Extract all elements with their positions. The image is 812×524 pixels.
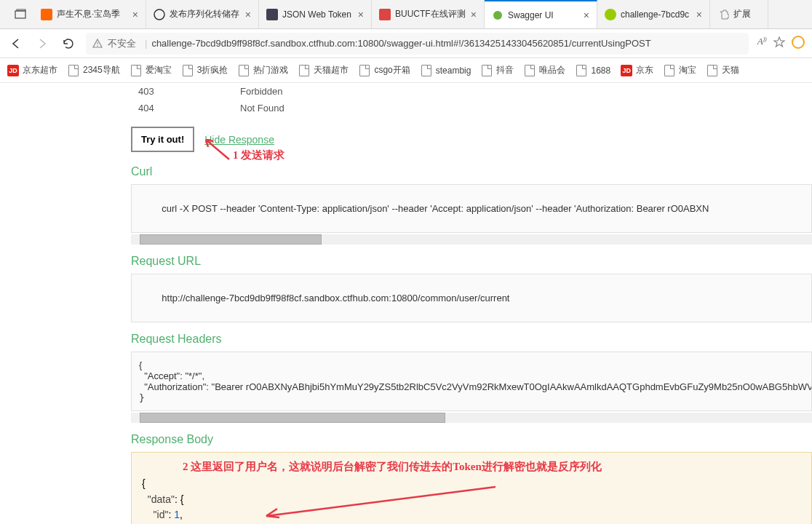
tab-favicon — [492, 9, 503, 21]
tab-1[interactable]: 发布序列化转储存 × — [146, 0, 259, 28]
bookmark-steambig[interactable]: steambig — [421, 65, 471, 76]
tab-6[interactable]: 扩展 — [710, 0, 768, 28]
tab-title: challenge-7bcd9c — [621, 9, 693, 20]
bookmark-1688[interactable]: 1688 — [576, 65, 610, 76]
close-icon[interactable]: × — [471, 9, 477, 20]
svg-point-5 — [97, 45, 98, 47]
svg-point-2 — [154, 9, 164, 20]
bookmark-3zhe[interactable]: 3折疯抢 — [182, 64, 228, 76]
status-code: 403 — [138, 86, 240, 97]
back-button[interactable] — [7, 35, 25, 52]
bookmark-2345[interactable]: 2345导航 — [68, 64, 120, 76]
close-icon[interactable]: × — [696, 9, 702, 20]
warning-icon — [92, 38, 103, 49]
bookmark-vip[interactable]: 唯品会 — [524, 64, 565, 76]
close-icon[interactable]: × — [358, 9, 364, 20]
tab-favicon — [266, 9, 278, 20]
extension-icon — [717, 9, 729, 20]
bookmark-games[interactable]: 热门游戏 — [238, 64, 288, 76]
tab-favicon — [154, 9, 165, 20]
reader-icon[interactable]: A)) — [757, 36, 767, 51]
security-label: 不安全 — [108, 37, 136, 50]
table-row: 403 Forbidden — [131, 83, 812, 100]
table-row: 404 Not Found — [131, 100, 812, 116]
bookmark-tmall[interactable]: 天猫 — [706, 64, 739, 76]
bookmark-aitaobao[interactable]: 爱淘宝 — [130, 64, 172, 76]
try-it-out-button[interactable]: Try it out! — [131, 127, 194, 152]
close-icon[interactable]: × — [245, 9, 251, 20]
tab-5[interactable]: challenge-7bcd9c × — [597, 0, 710, 28]
svg-rect-1 — [17, 9, 25, 11]
circle-icon[interactable] — [792, 36, 805, 49]
annotation-1: 1 发送请求 — [233, 148, 284, 162]
status-desc: Forbidden — [240, 86, 283, 97]
forward-button[interactable] — [33, 35, 51, 52]
bookmark-douyin[interactable]: 抖音 — [481, 64, 514, 76]
bookmark-jd[interactable]: JD京东 — [621, 64, 653, 76]
curl-command: curl -X POST --header 'Content-Type: app… — [162, 203, 709, 214]
try-section: Try it out! Hide Response 1 发送请求 — [131, 124, 812, 155]
section-response-body-title: Response Body — [131, 433, 812, 446]
page-content: 403 Forbidden 404 Not Found Try it out! … — [0, 83, 812, 524]
browser-tab-bar: 声生不息·宝岛季 × 发布序列化转储存 × JSON Web Token × B… — [0, 0, 812, 29]
close-icon[interactable]: × — [132, 9, 138, 20]
scrollbar[interactable] — [131, 413, 812, 423]
request-headers-text: { "Accept": "*/*", "Authorization": "Bea… — [139, 360, 812, 392]
address-bar: 不安全 | challenge-7bcd9db9ff98f8cf.sandbox… — [0, 29, 812, 58]
tab-title: 扩展 — [733, 8, 760, 20]
svg-point-3 — [493, 11, 502, 20]
section-request-headers-title: Request Headers — [131, 333, 812, 346]
svg-rect-0 — [15, 11, 25, 18]
tabs-overview-icon[interactable] — [7, 0, 33, 28]
tab-title: BUUCTF在线评测 — [395, 8, 468, 20]
request-headers-block: { "Accept": "*/*", "Authorization": "Bea… — [131, 352, 812, 411]
tab-favicon — [41, 9, 52, 20]
response-codes-table: 403 Forbidden 404 Not Found — [131, 83, 812, 116]
refresh-button[interactable] — [60, 35, 77, 52]
status-code: 404 — [138, 103, 240, 114]
tab-2[interactable]: JSON Web Token × — [259, 0, 372, 28]
curl-code-block: curl -X POST --header 'Content-Type: app… — [131, 184, 812, 233]
bookmark-csgo[interactable]: csgo开箱 — [359, 64, 410, 76]
response-body-block: 2 这里返回了用户名，这就说明后台解密了我们传进去的Token进行解密也就是反序… — [131, 452, 812, 524]
annotation-2: 2 这里返回了用户名，这就说明后台解密了我们传进去的Token进行解密也就是反序… — [183, 460, 602, 474]
tab-0[interactable]: 声生不息·宝岛季 × — [33, 0, 146, 28]
tab-title: Swagger UI — [508, 10, 581, 20]
bookmark-tmall-market[interactable]: 天猫超市 — [298, 64, 349, 76]
close-icon[interactable]: × — [584, 9, 589, 21]
url-input[interactable]: 不安全 | challenge-7bcd9db9ff98f8cf.sandbox… — [86, 33, 749, 55]
section-request-url-title: Request URL — [131, 255, 812, 268]
tab-title: 发布序列化转储存 — [170, 8, 242, 20]
tab-4-active[interactable]: Swagger UI × — [485, 0, 597, 28]
bookmarks-bar: JD京东超市 2345导航 爱淘宝 3折疯抢 热门游戏 天猫超市 csgo开箱 … — [0, 58, 812, 83]
tab-favicon — [605, 9, 616, 20]
tab-favicon — [379, 9, 391, 20]
scrollbar[interactable] — [131, 234, 812, 245]
tab-title: 声生不息·宝岛季 — [57, 8, 130, 20]
annotation-arrow-icon — [259, 485, 499, 522]
annotation-arrow-icon — [200, 134, 236, 163]
section-curl-title: Curl — [131, 165, 812, 178]
request-url-text: http://challenge-7bcd9db9ff98f8cf.sandbo… — [162, 293, 509, 303]
bookmark-taobao[interactable]: 淘宝 — [664, 64, 696, 76]
bookmark-jd-market[interactable]: JD京东超市 — [7, 64, 57, 76]
tab-title: JSON Web Token — [282, 9, 355, 20]
tab-3[interactable]: BUUCTF在线评测 × — [372, 0, 485, 28]
url-text: challenge-7bcd9db9ff98f8cf.sandbox.ctfhu… — [151, 38, 742, 49]
favorites-icon[interactable] — [773, 36, 786, 51]
status-desc: Not Found — [240, 103, 284, 114]
request-url-block: http://challenge-7bcd9db9ff98f8cf.sandbo… — [131, 274, 812, 322]
